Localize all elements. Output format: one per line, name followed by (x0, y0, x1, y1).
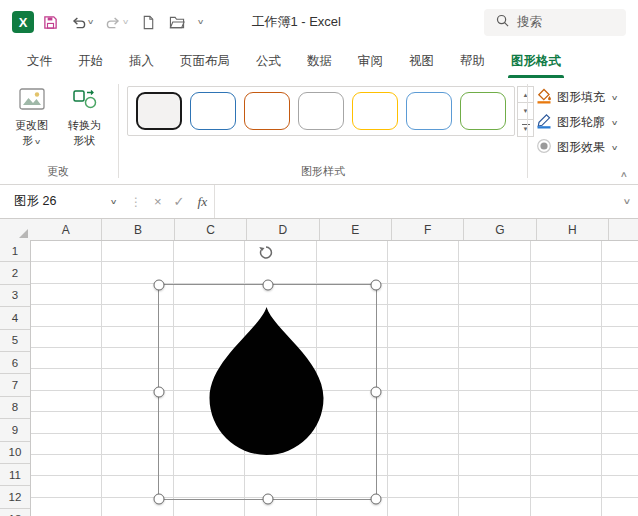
tab-page-layout[interactable]: 页面布局 (167, 44, 243, 78)
undo-dropdown-chevron-icon[interactable]: ∨ (87, 18, 95, 26)
sheet-cells[interactable] (31, 241, 638, 516)
collapse-ribbon-button[interactable]: ∧ (612, 169, 637, 180)
group-divider (118, 84, 119, 178)
shape-styles-group: ▲ ▼ ▼ 图形样式 (121, 78, 525, 184)
document-title: 工作簿1 - Excel (251, 13, 341, 31)
gallery-more-icon: ▼ (522, 124, 530, 132)
resize-handle-top-center[interactable] (262, 280, 273, 291)
tab-view[interactable]: 视图 (396, 44, 447, 78)
row-header-5[interactable]: 5 (0, 330, 30, 352)
tab-data[interactable]: 数据 (294, 44, 345, 78)
name-box[interactable]: 图形 26 ∨ (0, 185, 124, 218)
tab-help[interactable]: 帮助 (447, 44, 498, 78)
worksheet: A B C D E F G H 1 2 3 4 5 6 7 8 9 10 11 … (0, 219, 638, 516)
quick-access-toolbar: X ∨ (12, 11, 207, 33)
row-header-9[interactable]: 9 (0, 419, 30, 441)
convert-to-shape-icon (72, 88, 98, 113)
redo-button[interactable]: ∨ (102, 12, 132, 33)
tab-shape-format[interactable]: 图形格式 (498, 44, 574, 78)
resize-handle-middle-right[interactable] (371, 387, 382, 398)
change-shape-chevron-icon: ∨ (34, 137, 42, 146)
shape-style-thumb-blue[interactable] (190, 92, 236, 130)
column-header-d[interactable]: D (247, 219, 319, 240)
shape-style-thumb-green[interactable] (460, 92, 506, 130)
tab-formulas[interactable]: 公式 (243, 44, 294, 78)
teardrop-shape[interactable] (207, 305, 326, 457)
change-shape-button[interactable]: 更改图形∨ (6, 86, 57, 150)
resize-handle-top-right[interactable] (371, 280, 382, 291)
column-header-partial[interactable] (609, 219, 638, 240)
column-header-c[interactable]: C (175, 219, 247, 240)
group-divider (527, 84, 528, 178)
row-header-6[interactable]: 6 (0, 352, 30, 374)
column-header-e[interactable]: E (320, 219, 392, 240)
ribbon: 更改图形∨ 转换为形状 更改 (0, 78, 638, 185)
undo-button[interactable]: ∨ (67, 12, 97, 33)
resize-handle-top-left[interactable] (154, 280, 165, 291)
new-file-button[interactable] (137, 12, 160, 33)
row-header-2[interactable]: 2 (0, 262, 30, 284)
shape-style-thumb-gray[interactable] (298, 92, 344, 130)
resize-handle-bottom-center[interactable] (262, 494, 273, 505)
row-header-4[interactable]: 4 (0, 307, 30, 329)
tab-review[interactable]: 审阅 (345, 44, 396, 78)
select-all-corner[interactable] (0, 219, 31, 241)
convert-to-shape-button[interactable]: 转换为形状 (59, 86, 110, 150)
shape-fill-button[interactable]: 图形填充 ∨ (534, 85, 638, 110)
row-header-3[interactable]: 3 (0, 285, 30, 307)
rotate-icon (259, 248, 274, 263)
row-header-10[interactable]: 10 (0, 442, 30, 464)
teardrop-path[interactable] (210, 307, 324, 455)
customize-qat-button[interactable]: ∨ (194, 15, 207, 29)
search-label: 搜索 (517, 14, 542, 31)
excel-app-icon[interactable]: X (12, 11, 34, 33)
expand-formula-bar-button[interactable]: ∨ (611, 197, 638, 206)
column-headers: A B C D E F G H (30, 219, 638, 241)
shape-style-gallery (127, 86, 515, 136)
save-button[interactable] (39, 12, 62, 33)
shape-style-thumb-black[interactable] (136, 92, 182, 130)
shape-effects-button[interactable]: 图形效果 ∨ (534, 135, 638, 160)
tab-home[interactable]: 开始 (65, 44, 116, 78)
tab-insert[interactable]: 插入 (116, 44, 167, 78)
row-header-13[interactable]: 13 (0, 509, 30, 516)
column-header-a[interactable]: A (30, 219, 102, 240)
formula-input[interactable] (214, 185, 616, 218)
open-folder-icon (169, 15, 185, 30)
row-header-12[interactable]: 12 (0, 486, 30, 508)
shape-fill-icon (536, 88, 552, 107)
change-group: 更改图形∨ 转换为形状 更改 (0, 78, 116, 184)
insert-function-button[interactable]: fx (191, 194, 215, 210)
search-box[interactable]: 搜索 (484, 9, 626, 36)
resize-handle-bottom-left[interactable] (154, 494, 165, 505)
ribbon-tab-bar: 文件 开始 插入 页面布局 公式 数据 审阅 视图 帮助 图形格式 (0, 44, 638, 78)
change-shape-label: 更改图形∨ (12, 118, 52, 148)
expand-formula-bar-chevron-icon: ∨ (623, 197, 632, 206)
resize-handle-middle-left[interactable] (154, 387, 165, 398)
column-header-g[interactable]: G (464, 219, 536, 240)
row-header-11[interactable]: 11 (0, 464, 30, 486)
row-header-1[interactable]: 1 (0, 240, 30, 262)
row-headers: 1 2 3 4 5 6 7 8 9 10 11 12 13 (0, 240, 31, 516)
column-header-b[interactable]: B (102, 219, 174, 240)
cancel-entry-button[interactable]: × (148, 194, 168, 209)
rotate-handle[interactable] (259, 245, 274, 263)
shape-style-thumb-gold[interactable] (352, 92, 398, 130)
row-header-8[interactable]: 8 (0, 397, 30, 419)
redo-dropdown-chevron-icon: ∨ (122, 18, 130, 26)
confirm-entry-button[interactable]: ✓ (168, 194, 191, 209)
open-file-button[interactable] (165, 12, 189, 33)
name-box-value: 图形 26 (14, 193, 56, 210)
column-header-f[interactable]: F (392, 219, 464, 240)
formula-bar: 图形 26 ∨ ⋮ × ✓ fx ∨ (0, 185, 638, 219)
resize-handle-bottom-right[interactable] (371, 494, 382, 505)
shape-outline-chevron-icon: ∨ (611, 119, 619, 127)
row-header-7[interactable]: 7 (0, 374, 30, 396)
collapse-ribbon-chevron-icon: ∧ (620, 170, 628, 179)
column-header-h[interactable]: H (537, 219, 609, 240)
tab-file[interactable]: 文件 (14, 44, 65, 78)
shape-style-thumb-orange[interactable] (244, 92, 290, 130)
shape-outline-button[interactable]: 图形轮廓 ∨ (534, 110, 638, 135)
shape-style-thumb-lightblue[interactable] (406, 92, 452, 130)
title-bar: X ∨ (0, 0, 638, 44)
